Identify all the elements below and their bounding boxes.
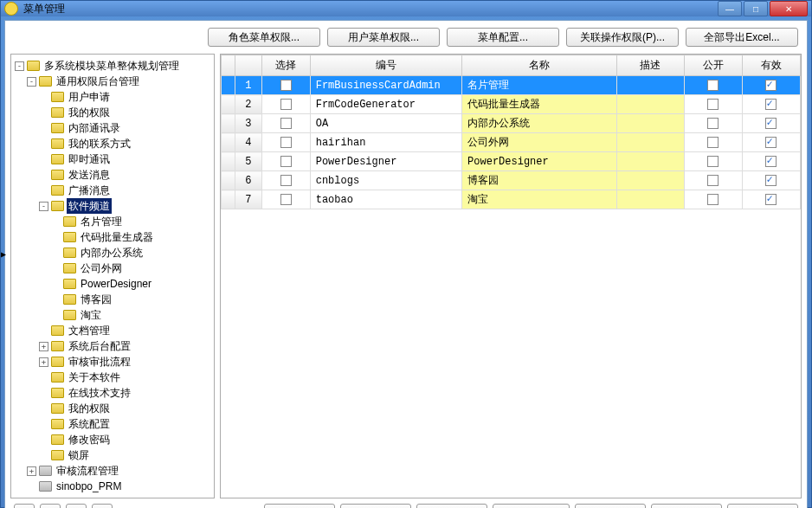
move-up-button[interactable]: △ bbox=[40, 504, 61, 508]
close-button[interactable]: ✕ bbox=[770, 1, 808, 16]
public-checkbox[interactable] bbox=[707, 175, 719, 186]
move-bottom-button[interactable]: ▼ bbox=[92, 504, 113, 508]
public-checkbox[interactable] bbox=[707, 118, 719, 129]
tree-item[interactable]: 文档管理 bbox=[39, 323, 212, 338]
cell-code[interactable]: taobao bbox=[310, 190, 461, 209]
col-valid[interactable]: 有效 bbox=[742, 55, 800, 76]
menu-config-button[interactable]: 菜单配置... bbox=[447, 28, 559, 47]
tree-item[interactable]: 我的联系方式 bbox=[39, 136, 212, 151]
data-grid[interactable]: 选择 编号 名称 描述 公开 有效 ▶1FrmBusinessCardAdmin… bbox=[221, 55, 801, 209]
tree-item[interactable]: 代码批量生成器 bbox=[51, 229, 212, 245]
tree-item[interactable]: 我的权限 bbox=[39, 401, 212, 416]
valid-checkbox[interactable] bbox=[765, 99, 777, 110]
tree-item-label[interactable]: 系统后台配置 bbox=[67, 338, 132, 354]
tree-item[interactable]: -通用权限后台管理 bbox=[27, 74, 212, 89]
valid-checkbox[interactable] bbox=[765, 156, 777, 167]
tree-item-label[interactable]: 博客园 bbox=[79, 292, 113, 307]
select-checkbox[interactable] bbox=[280, 194, 292, 205]
tree-item[interactable]: +系统后台配置 bbox=[39, 338, 212, 354]
minimize-button[interactable]: — bbox=[718, 1, 742, 16]
col-name[interactable]: 名称 bbox=[462, 55, 617, 76]
tree-item-label[interactable]: 公司外网 bbox=[79, 260, 124, 276]
tree-item[interactable]: 在线技术支持 bbox=[39, 385, 212, 401]
save-button[interactable]: 保存(S) bbox=[651, 504, 722, 508]
cell-name[interactable]: 淘宝 bbox=[462, 190, 617, 209]
tree-item[interactable]: 关于本软件 bbox=[39, 370, 212, 385]
move-button[interactable]: 移动(M)... bbox=[416, 504, 487, 508]
tree-item-label[interactable]: 即时通讯 bbox=[67, 151, 112, 167]
select-checkbox[interactable] bbox=[280, 137, 292, 148]
tree-item[interactable]: 即时通讯 bbox=[39, 151, 212, 167]
tree-item[interactable]: 内部通讯录 bbox=[39, 120, 212, 136]
tree-item-label[interactable]: PowerDesigner bbox=[79, 276, 153, 292]
tree-item-label[interactable]: 内部办公系统 bbox=[79, 245, 145, 260]
tree-item-label[interactable]: 代码批量生成器 bbox=[79, 229, 155, 245]
public-checkbox[interactable] bbox=[707, 99, 719, 110]
cell-desc[interactable] bbox=[616, 76, 684, 95]
select-checkbox[interactable] bbox=[280, 80, 292, 91]
tree-panel[interactable]: -多系统模块菜单整体规划管理-通用权限后台管理用户申请我的权限内部通讯录我的联系… bbox=[10, 54, 215, 498]
tree-item[interactable]: 修改密码 bbox=[39, 432, 212, 447]
tree-item-label[interactable]: 我的联系方式 bbox=[67, 136, 132, 151]
edit-button[interactable]: 编辑... bbox=[340, 504, 411, 508]
cell-name[interactable]: 公司外网 bbox=[462, 133, 617, 152]
tree-item[interactable]: 博客园 bbox=[51, 292, 212, 307]
tree-item[interactable]: 内部办公系统 bbox=[51, 245, 212, 260]
cell-code[interactable]: FrmBusinessCardAdmin bbox=[310, 76, 461, 95]
table-row[interactable]: 3OA内部办公系统 bbox=[222, 114, 801, 133]
tree-item-label[interactable]: 系统配置 bbox=[67, 416, 112, 432]
col-public[interactable]: 公开 bbox=[684, 55, 742, 76]
table-row[interactable]: 7taobao淘宝 bbox=[222, 190, 801, 209]
cell-code[interactable]: FrmCodeGenerator bbox=[310, 95, 461, 114]
tree-item[interactable]: 系统配置 bbox=[39, 416, 212, 432]
col-code[interactable]: 编号 bbox=[310, 55, 461, 76]
tree-item[interactable]: -多系统模块菜单整体规划管理 bbox=[15, 58, 212, 74]
cell-name[interactable]: 内部办公系统 bbox=[462, 114, 617, 133]
cell-code[interactable]: PowerDesigner bbox=[310, 152, 461, 171]
user-menu-perm-button[interactable]: 用户菜单权限... bbox=[327, 28, 440, 47]
cell-name[interactable]: 名片管理 bbox=[462, 76, 617, 95]
tree-item[interactable]: 淘宝 bbox=[51, 307, 212, 323]
public-checkbox[interactable] bbox=[707, 194, 719, 205]
select-checkbox[interactable] bbox=[280, 118, 292, 129]
col-select[interactable]: 选择 bbox=[261, 55, 310, 76]
tree-item-label[interactable]: 审核流程管理 bbox=[55, 463, 120, 479]
tree-item-label[interactable]: 我的权限 bbox=[67, 401, 112, 416]
cell-code[interactable]: cnblogs bbox=[310, 171, 461, 190]
grid-panel[interactable]: 选择 编号 名称 描述 公开 有效 ▶1FrmBusinessCardAdmin… bbox=[220, 54, 802, 498]
tree-item[interactable]: 我的权限 bbox=[39, 105, 212, 120]
tree-item-label[interactable]: 软件频道 bbox=[67, 198, 112, 214]
move-down-button[interactable]: ▽ bbox=[66, 504, 87, 508]
tree-item-label[interactable]: 用户申请 bbox=[67, 89, 112, 105]
cell-name[interactable]: 代码批量生成器 bbox=[462, 95, 617, 114]
cell-desc[interactable] bbox=[616, 190, 684, 209]
valid-checkbox[interactable] bbox=[765, 194, 777, 205]
expander-icon[interactable]: - bbox=[39, 202, 48, 211]
tree-item[interactable]: 名片管理 bbox=[51, 214, 212, 229]
tree-item[interactable]: 公司外网 bbox=[51, 260, 212, 276]
public-checkbox[interactable] bbox=[707, 80, 719, 91]
cell-code[interactable]: hairihan bbox=[310, 133, 461, 152]
valid-checkbox[interactable] bbox=[765, 80, 777, 91]
valid-checkbox[interactable] bbox=[765, 175, 777, 186]
expander-icon[interactable]: - bbox=[27, 77, 36, 87]
tree-item-label[interactable]: 多系统模块菜单整体规划管理 bbox=[42, 58, 181, 74]
table-row[interactable]: 5PowerDesignerPowerDesigner bbox=[222, 152, 801, 171]
tree-item[interactable]: 广播消息 bbox=[39, 183, 212, 198]
tree-item-label[interactable]: 发送消息 bbox=[67, 167, 112, 183]
expander-icon[interactable]: + bbox=[39, 357, 48, 367]
tree-item-label[interactable]: 通用权限后台管理 bbox=[55, 74, 141, 89]
delete-button[interactable]: 删除(R) bbox=[575, 504, 646, 508]
tree-item[interactable]: 发送消息 bbox=[39, 167, 212, 183]
relate-op-perm-button[interactable]: 关联操作权限(P)... bbox=[566, 28, 679, 47]
table-row[interactable]: 2FrmCodeGenerator代码批量生成器 bbox=[222, 95, 801, 114]
cell-desc[interactable] bbox=[616, 171, 684, 190]
tree-item-label[interactable]: 内部通讯录 bbox=[67, 120, 122, 136]
tree-item[interactable]: 锁屏 bbox=[39, 447, 212, 463]
cell-name[interactable]: 博客园 bbox=[462, 171, 617, 190]
tree-item-label[interactable]: 淘宝 bbox=[79, 307, 103, 323]
menu-tree[interactable]: -多系统模块菜单整体规划管理-通用权限后台管理用户申请我的权限内部通讯录我的联系… bbox=[13, 58, 212, 494]
maximize-button[interactable]: □ bbox=[744, 1, 768, 16]
cell-desc[interactable] bbox=[616, 95, 684, 114]
tree-item-label[interactable]: 锁屏 bbox=[67, 447, 91, 463]
